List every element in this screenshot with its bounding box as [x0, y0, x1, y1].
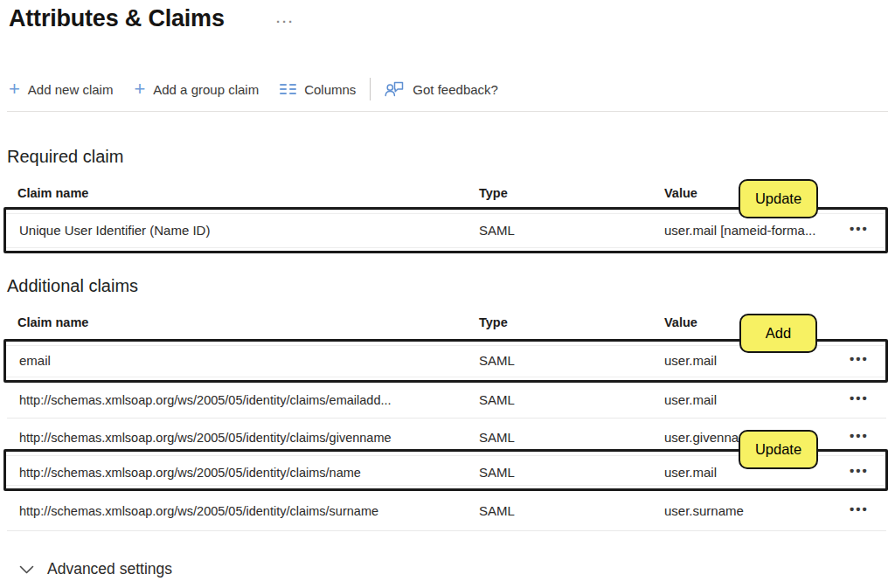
row-separator [7, 530, 886, 531]
advanced-settings-toggle[interactable]: Advanced settings [19, 560, 172, 578]
claim-row-name[interactable]: http://schemas.xmlsoap.org/ws/2005/05/id… [19, 393, 392, 407]
claim-row-type: SAML [479, 465, 515, 480]
claim-row-value: user.mail [664, 392, 717, 407]
plus-icon: + [134, 80, 145, 98]
add-new-claim-button[interactable]: + Add new claim [9, 80, 113, 98]
advanced-settings-label: Advanced settings [47, 560, 172, 578]
table-line [6, 377, 884, 377]
claim-row-menu-icon[interactable]: ••• [850, 502, 869, 516]
claim-row-name[interactable]: http://schemas.xmlsoap.org/ws/2005/05/id… [19, 504, 378, 518]
additional-col-type: Type [479, 315, 508, 329]
got-feedback-button[interactable]: Got feedback? [385, 80, 498, 99]
claim-row-type: SAML [479, 392, 515, 407]
required-col-type: Type [479, 186, 508, 200]
columns-label: Columns [304, 82, 356, 97]
annotation-update-required: Update [739, 179, 818, 218]
add-group-claim-button[interactable]: + Add a group claim [134, 80, 259, 98]
annotation-update-name: Update [739, 430, 818, 469]
claim-row-type: SAML [479, 503, 515, 518]
add-new-claim-label: Add new claim [28, 82, 114, 97]
claim-row-value: user.surname [664, 503, 744, 518]
additional-col-claim-name: Claim name [17, 315, 88, 329]
toolbar-separator [7, 111, 888, 112]
required-row-menu-icon[interactable]: ••• [850, 221, 869, 236]
row-separator [7, 418, 886, 419]
claim-row-value: user.mail [664, 465, 717, 480]
claim-row-menu-icon[interactable]: ••• [850, 428, 869, 443]
claim-row-value: user.mail [664, 353, 717, 368]
claim-row-menu-icon[interactable]: ••• [850, 351, 869, 366]
plus-icon: + [9, 80, 20, 98]
required-row-claim-name[interactable]: Unique User Identifier (Name ID) [19, 223, 210, 238]
toolbar-divider [370, 78, 371, 100]
command-bar: + Add new claim + Add a group claim Colu… [9, 75, 498, 103]
got-feedback-label: Got feedback? [413, 82, 498, 97]
attributes-claims-page: Attributes & Claims ··· + Add new claim … [0, 0, 895, 588]
add-group-claim-label: Add a group claim [153, 82, 259, 97]
claim-row-type: SAML [479, 430, 515, 445]
claim-row-name[interactable]: http://schemas.xmlsoap.org/ws/2005/05/id… [19, 466, 361, 480]
columns-icon [280, 84, 296, 95]
page-overflow-icon[interactable]: ··· [276, 14, 295, 29]
columns-button[interactable]: Columns [280, 82, 356, 97]
claim-row-menu-icon[interactable]: ••• [850, 463, 869, 478]
claim-row-type: SAML [479, 353, 515, 368]
required-row-type: SAML [479, 223, 515, 238]
claim-row-name[interactable]: http://schemas.xmlsoap.org/ws/2005/05/id… [19, 431, 392, 445]
annotation-add-email: Add [739, 314, 817, 353]
claim-row-menu-icon[interactable]: ••• [850, 391, 869, 405]
page-title: Attributes & Claims [9, 5, 225, 32]
claim-row-name[interactable]: email [19, 353, 51, 368]
table-line [6, 485, 884, 486]
additional-claims-heading: Additional claims [7, 276, 138, 296]
required-claim-heading: Required claim [7, 147, 123, 167]
chevron-down-icon [19, 565, 34, 574]
additional-col-value: Value [664, 315, 697, 329]
required-row-value: user.mail [nameid-forma... [664, 223, 815, 238]
required-col-value: Value [664, 186, 697, 200]
table-line [6, 247, 884, 248]
feedback-icon [385, 80, 405, 99]
required-col-claim-name: Claim name [17, 186, 88, 200]
